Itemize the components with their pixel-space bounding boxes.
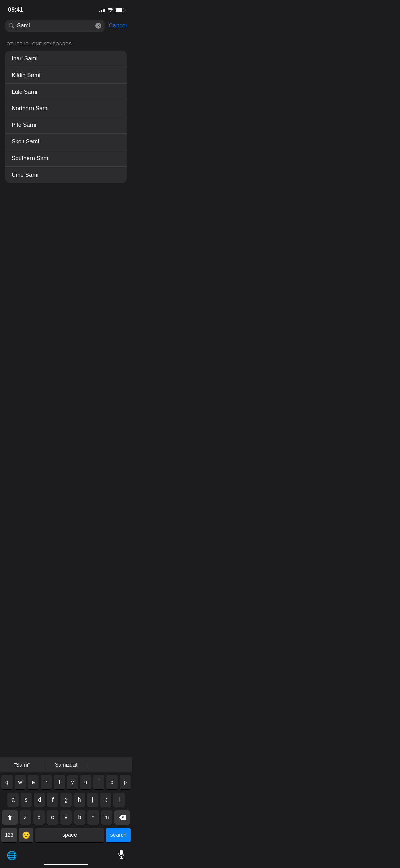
- status-time: 09:41: [8, 6, 23, 13]
- list-item[interactable]: Skolt Sami: [5, 134, 127, 150]
- search-icon: [9, 23, 14, 28]
- section-header: OTHER IPHONE KEYBOARDS: [5, 41, 127, 46]
- clear-button[interactable]: ✕: [95, 23, 101, 29]
- results-list: Inari Sami Kildin Sami Lule Sami Norther…: [5, 51, 127, 183]
- results-section: OTHER IPHONE KEYBOARDS Inari Sami Kildin…: [0, 35, 132, 186]
- list-item[interactable]: Lule Sami: [5, 84, 127, 100]
- status-icons: [99, 8, 124, 12]
- search-input[interactable]: [17, 22, 92, 29]
- status-bar: 09:41: [0, 0, 132, 17]
- signal-icon: [99, 8, 105, 12]
- list-item[interactable]: Southern Sami: [5, 150, 127, 167]
- search-area: ✕ Cancel: [0, 17, 132, 35]
- cancel-button[interactable]: Cancel: [109, 22, 127, 29]
- battery-icon: [115, 8, 124, 12]
- wifi-icon: [107, 8, 113, 12]
- search-input-wrapper[interactable]: ✕: [5, 20, 105, 32]
- list-item[interactable]: Northern Sami: [5, 100, 127, 117]
- list-item[interactable]: Ume Sami: [5, 167, 127, 183]
- list-item[interactable]: Pite Sami: [5, 117, 127, 134]
- list-item[interactable]: Inari Sami: [5, 51, 127, 67]
- list-item[interactable]: Kildin Sami: [5, 67, 127, 84]
